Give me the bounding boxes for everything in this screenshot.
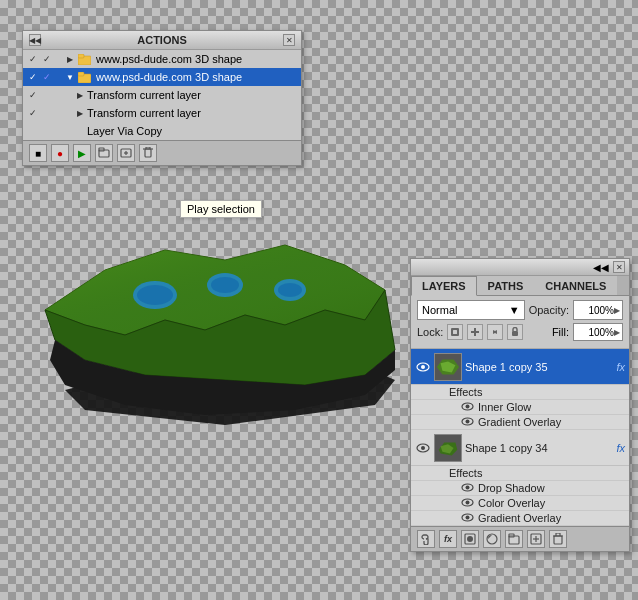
svg-point-31	[466, 420, 470, 424]
effect-eye-gradient1[interactable]	[461, 416, 474, 428]
fill-control[interactable]: 100% ▶	[573, 323, 623, 341]
effect-eye-color-overlay[interactable]	[461, 497, 474, 509]
effect-eye-gradient2[interactable]	[461, 512, 474, 524]
check8	[41, 107, 53, 119]
check2: ✓	[41, 53, 53, 65]
svg-point-29	[466, 405, 470, 409]
effect-name-gradient2: Gradient Overlay	[478, 512, 561, 524]
actions-close-btn[interactable]: ✕	[283, 34, 295, 46]
grass-3d-shape	[25, 210, 415, 430]
svg-point-26	[421, 365, 425, 369]
delete-btn[interactable]	[139, 144, 157, 162]
check10	[41, 125, 53, 137]
action-row-group2[interactable]: ✓ ✓ ▼ www.psd-dude.com 3D shape	[23, 68, 301, 86]
actions-titlebar[interactable]: ◀◀ ACTIONS ✕	[23, 31, 301, 50]
triangle4[interactable]: ▶	[75, 108, 85, 118]
svg-point-38	[466, 501, 470, 505]
svg-point-3	[137, 285, 173, 305]
add-fx-btn[interactable]: fx	[439, 530, 457, 548]
action-row-copy[interactable]: Layer Via Copy	[23, 122, 301, 140]
effect-eye-drop-shadow[interactable]	[461, 482, 474, 494]
triangle-expand2[interactable]: ▼	[65, 72, 75, 82]
effect-color-overlay[interactable]: Color Overlay	[411, 496, 629, 511]
fill-label: Fill:	[552, 326, 569, 338]
layers-titlebar[interactable]: ◀◀ ✕	[411, 259, 629, 276]
tab-channels[interactable]: CHANNELS	[534, 276, 617, 295]
effect-drop-shadow[interactable]: Drop Shadow	[411, 481, 629, 496]
action-label4: Transform current layer	[87, 107, 297, 119]
lock-position-btn[interactable]	[467, 324, 483, 340]
effect-name-drop-shadow: Drop Shadow	[478, 482, 545, 494]
svg-rect-21	[453, 330, 457, 334]
effect-gradient-overlay-2[interactable]: Gradient Overlay	[411, 511, 629, 526]
action-label5: Layer Via Copy	[87, 125, 297, 137]
new-action-btn[interactable]	[117, 144, 135, 162]
check6	[41, 89, 53, 101]
svg-point-36	[466, 486, 470, 490]
layers-tab-bar: LAYERS PATHS CHANNELS	[411, 276, 629, 296]
opacity-arrow[interactable]: ▶	[614, 306, 620, 315]
delete-layer-btn[interactable]	[549, 530, 567, 548]
actions-panel: ◀◀ ACTIONS ✕ ✓ ✓ ▶ www.psd-dude.com 3D s…	[22, 30, 302, 166]
new-set-btn[interactable]	[95, 144, 113, 162]
panel-scroll-left[interactable]: ◀◀	[29, 34, 41, 46]
play-selection-tooltip: Play selection	[180, 200, 262, 218]
effect-gradient-overlay-1[interactable]: Gradient Overlay	[411, 415, 629, 430]
add-mask-btn[interactable]	[461, 530, 479, 548]
triangle3[interactable]: ▶	[75, 90, 85, 100]
opacity-control[interactable]: 100% ▶	[573, 300, 623, 320]
layer-eye-shape34[interactable]	[415, 440, 431, 456]
lock-pixels-btn[interactable]	[447, 324, 463, 340]
action-row-transform2[interactable]: ✓ ▶ Transform current layer	[23, 104, 301, 122]
actions-body: ✓ ✓ ▶ www.psd-dude.com 3D shape ✓ ✓ ▼	[23, 50, 301, 140]
record-btn[interactable]: ●	[51, 144, 69, 162]
svg-point-4	[211, 277, 239, 293]
play-btn[interactable]: ▶	[73, 144, 91, 162]
action-label3: Transform current layer	[87, 89, 297, 101]
blend-arrow: ▼	[509, 304, 520, 316]
layer-thumb-shape35	[434, 353, 462, 381]
lock-label: Lock:	[417, 326, 443, 338]
effect-inner-glow[interactable]: Inner Glow	[411, 400, 629, 415]
layer-fx-shape35[interactable]: fx	[616, 361, 625, 373]
svg-rect-24	[512, 331, 518, 336]
link-layers-btn[interactable]	[417, 530, 435, 548]
layers-list: Shape 1 copy 35 fx Effects Inner Glow	[411, 349, 629, 526]
layer-eye-shape35[interactable]	[415, 359, 431, 375]
create-group-btn[interactable]	[505, 530, 523, 548]
actions-title: ACTIONS	[137, 34, 187, 46]
stop-btn[interactable]: ■	[29, 144, 47, 162]
layer-info-shape34: Shape 1 copy 34	[465, 442, 613, 454]
svg-point-33	[421, 446, 425, 450]
action-row-group1[interactable]: ✓ ✓ ▶ www.psd-dude.com 3D shape	[23, 50, 301, 68]
lock-all-btn[interactable]	[507, 324, 523, 340]
effect-name-color-overlay: Color Overlay	[478, 497, 545, 509]
effects-label-shape34: Effects	[411, 466, 629, 481]
effects-label-shape35: Effects	[411, 385, 629, 400]
folder-icon1	[77, 52, 91, 66]
tab-layers[interactable]: LAYERS	[411, 276, 477, 296]
layer-item-shape34[interactable]: Shape 1 copy 34 fx	[411, 430, 629, 466]
layer-item-shape35[interactable]: Shape 1 copy 35 fx	[411, 349, 629, 385]
blend-mode-dropdown[interactable]: Normal ▼	[417, 300, 525, 320]
check7: ✓	[27, 107, 39, 119]
action-row-transform1[interactable]: ✓ ▶ Transform current layer	[23, 86, 301, 104]
opacity-label: Opacity:	[529, 304, 569, 316]
layers-close-btn[interactable]: ✕	[613, 261, 625, 273]
action-label2: www.psd-dude.com 3D shape	[96, 71, 297, 83]
effect-eye-inner-glow[interactable]	[461, 401, 474, 413]
add-adjustment-btn[interactable]	[483, 530, 501, 548]
svg-point-40	[466, 516, 470, 520]
svg-point-5	[278, 283, 302, 297]
layer-fx-shape34[interactable]: fx	[616, 442, 625, 454]
layers-toolbar: fx	[411, 526, 629, 551]
create-layer-btn[interactable]	[527, 530, 545, 548]
action-label1: www.psd-dude.com 3D shape	[96, 53, 297, 65]
panel-scroll-btn[interactable]: ◀◀	[593, 262, 609, 273]
svg-rect-7	[78, 54, 84, 58]
triangle-expand1[interactable]: ▶	[65, 54, 75, 64]
tab-paths[interactable]: PATHS	[477, 276, 535, 295]
lock-move-btn[interactable]	[487, 324, 503, 340]
actions-toolbar: ■ ● ▶	[23, 140, 301, 165]
fill-arrow[interactable]: ▶	[614, 328, 620, 337]
